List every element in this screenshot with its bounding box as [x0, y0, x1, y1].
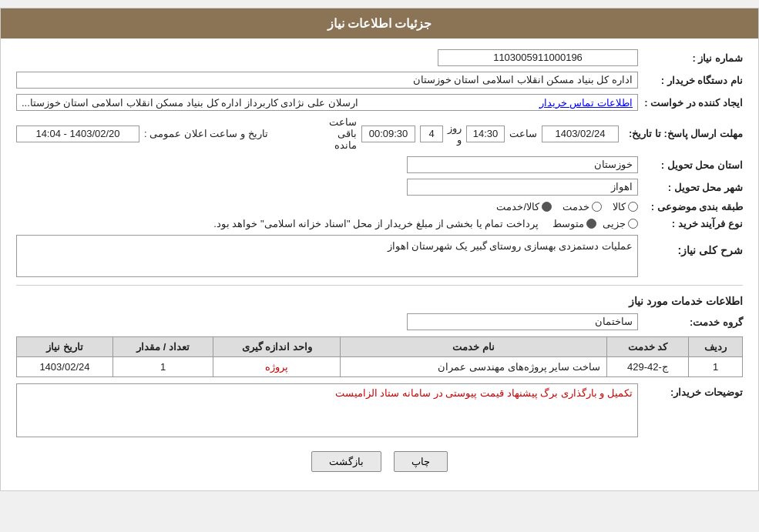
col-service-name: نام خدمت: [340, 337, 606, 357]
description-value: عملیات دستمزدی بهسازی روستای گبیر یک شهر…: [16, 235, 638, 277]
category-goods-service-item: کالا/خدمت: [496, 201, 552, 212]
city-value: اهواز: [407, 179, 638, 196]
province-row: استان محل تحویل : خوزستان: [16, 156, 743, 173]
cell-service-name: ساخت سایر پروژه‌های مهندسی عمران: [340, 357, 606, 377]
buyer-org-value: اداره کل بنیاد مسکن انقلاب اسلامی استان …: [16, 72, 638, 89]
back-button[interactable]: بازگشت: [311, 451, 381, 472]
purchase-partial-item: جزیی: [603, 218, 638, 229]
response-date-label: مهلت ارسال پاسخ: تا تاریخ:: [623, 128, 743, 139]
need-number-label: شماره نیاز :: [643, 52, 743, 64]
cell-unit: پروژه: [213, 357, 341, 377]
print-button[interactable]: چاپ: [394, 451, 448, 472]
buyer-notes-label: توضیحات خریدار:: [643, 383, 743, 398]
buyer-notes-value: تکمیل و بارگذاری برگ پیشنهاد قیمت پیوستی…: [16, 383, 638, 437]
response-remaining-value: 00:09:30: [361, 125, 415, 142]
description-row: شرح کلی نیاز: عملیات دستمزدی بهسازی روست…: [16, 235, 743, 277]
need-number-value: 1103005911000196: [438, 49, 638, 66]
col-unit: واحد اندازه گیری: [213, 337, 341, 357]
response-remaining-label: ساعت باقی مانده: [329, 116, 357, 151]
buyer-org-label: نام دستگاه خریدار :: [643, 75, 743, 86]
response-date-value: 1403/02/24: [542, 125, 619, 142]
purchase-type-row: نوع فرآیند خرید : جزیی متوسط پرداخت تمام…: [16, 218, 743, 229]
province-value: خوزستان: [407, 156, 638, 173]
purchase-medium-radio[interactable]: [586, 219, 596, 229]
purchase-type-label: نوع فرآیند خرید :: [643, 218, 743, 229]
response-time-value: 14:30: [466, 125, 505, 142]
buyer-notes-section: توضیحات خریدار: تکمیل و بارگذاری برگ پیش…: [16, 383, 743, 437]
city-label: شهر محل تحویل :: [643, 182, 743, 193]
cell-quantity: 1: [113, 357, 213, 377]
category-label: طبقه بندی موضوعی :: [643, 201, 743, 212]
category-goods-item: کالا: [613, 201, 638, 212]
creator-link[interactable]: اطلاعات تماس خریدار: [539, 97, 633, 109]
table-header-row: ردیف کد خدمت نام خدمت واحد اندازه گیری ت…: [17, 337, 743, 357]
category-service-radio[interactable]: [592, 202, 602, 212]
announcement-value: 1403/02/20 - 14:04: [16, 125, 139, 142]
table-row: 1 ج-42-429 ساخت سایر پروژه‌های مهندسی عم…: [17, 357, 743, 377]
category-goods-label: کالا: [613, 201, 626, 212]
date-row: مهلت ارسال پاسخ: تا تاریخ: 1403/02/24 سا…: [16, 116, 743, 151]
cell-service-code: ج-42-429: [606, 357, 688, 377]
creator-text: ارسلان علی نژادی کاربرداز اداره کل بنیاد…: [22, 97, 358, 109]
cell-row-num: 1: [689, 357, 743, 377]
purchase-type-group: جزیی متوسط پرداخت تمام یا بخشی از مبلغ خ…: [16, 218, 638, 229]
category-service-label: خدمت: [563, 201, 589, 212]
creator-value: اطلاعات تماس خریدار ارسلان علی نژادی کار…: [16, 94, 638, 111]
announcement-label: تاریخ و ساعت اعلان عمومی :: [144, 128, 268, 139]
category-service-item: خدمت: [563, 201, 602, 212]
cell-need-date: 1403/02/24: [17, 357, 113, 377]
buyer-org-row: نام دستگاه خریدار : اداره کل بنیاد مسکن …: [16, 72, 743, 89]
service-group-value: ساختمان: [407, 313, 638, 330]
purchase-medium-item: متوسط: [552, 218, 596, 229]
service-group-label: گروه خدمت:: [643, 316, 743, 328]
category-goods-radio[interactable]: [628, 202, 638, 212]
purchase-partial-radio[interactable]: [628, 219, 638, 229]
creator-label: ایجاد کننده در خواست :: [643, 97, 743, 109]
description-label: شرح کلی نیاز:: [643, 244, 743, 256]
divider-1: [16, 285, 743, 286]
col-need-date: تاریخ نیاز: [17, 337, 113, 357]
page-header: جزئیات اطلاعات نیاز: [1, 8, 758, 38]
service-group-row: گروه خدمت: ساختمان: [16, 313, 743, 330]
col-service-code: کد خدمت: [606, 337, 688, 357]
purchase-partial-label: جزیی: [603, 218, 626, 229]
services-table: ردیف کد خدمت نام خدمت واحد اندازه گیری ت…: [16, 336, 743, 377]
purchase-medium-label: متوسط: [552, 218, 584, 229]
main-container: جزئیات اطلاعات نیاز شماره نیاز : 1103005…: [0, 8, 759, 491]
category-goods-service-label: کالا/خدمت: [496, 201, 539, 212]
buttons-row: چاپ بازگشت: [16, 451, 743, 472]
response-days-label: روز و: [448, 122, 462, 146]
content-area: شماره نیاز : 1103005911000196 نام دستگاه…: [1, 38, 758, 490]
col-row-num: ردیف: [689, 337, 743, 357]
need-number-row: شماره نیاز : 1103005911000196: [16, 49, 743, 66]
response-time-label: ساعت: [509, 128, 537, 139]
services-section-title: اطلاعات خدمات مورد نیاز: [16, 295, 743, 307]
category-goods-service-radio[interactable]: [542, 202, 552, 212]
page-title: جزئیات اطلاعات نیاز: [327, 17, 432, 30]
creator-row: ایجاد کننده در خواست : اطلاعات تماس خرید…: [16, 94, 743, 111]
purchase-note: پرداخت تمام یا بخشی از مبلغ خریدار از مح…: [213, 218, 539, 229]
category-radio-group: کالا خدمت کالا/خدمت: [16, 201, 638, 212]
province-label: استان محل تحویل :: [643, 159, 743, 171]
city-row: شهر محل تحویل : اهواز: [16, 179, 743, 196]
response-days-value: 4: [420, 125, 443, 142]
response-date-group: 1403/02/24 ساعت 14:30 روز و 4 00:09:30 س…: [329, 116, 619, 151]
col-quantity: تعداد / مقدار: [113, 337, 213, 357]
category-row: طبقه بندی موضوعی : کالا خدمت کالا/خدمت: [16, 201, 743, 212]
